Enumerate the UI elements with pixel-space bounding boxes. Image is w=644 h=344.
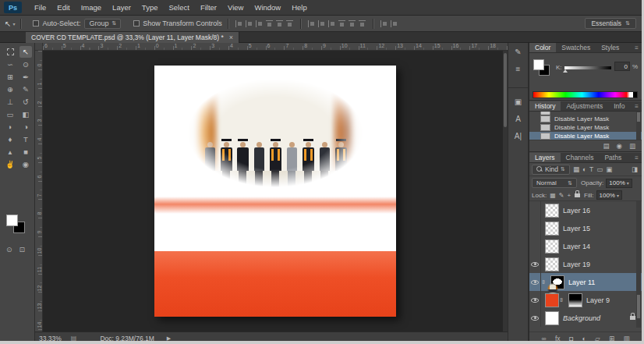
ruler-origin[interactable] [35, 43, 43, 51]
tool-rectangle-shape[interactable]: ■ [19, 146, 32, 158]
layer-thumbnail[interactable] [545, 239, 559, 254]
layer-mask-thumbnail[interactable] [568, 293, 582, 307]
layer-row[interactable]: Background [529, 309, 642, 327]
tool-type[interactable]: T [19, 133, 32, 145]
foreground-color-swatch[interactable] [6, 215, 18, 226]
auto-align-layers-icon[interactable] [380, 20, 388, 28]
tool-eyedropper[interactable]: ✒ [19, 71, 32, 83]
eye-icon[interactable] [531, 298, 539, 303]
filter-smart-objects-icon[interactable]: ▣ [606, 165, 612, 173]
history-tab-info[interactable]: Info [608, 101, 630, 111]
menu-select[interactable]: Select [163, 0, 194, 16]
tool-spot-healing-brush[interactable]: ⊕ [4, 83, 16, 95]
color-tab-styles[interactable]: Styles [596, 43, 625, 52]
tool-rectangular-marquee[interactable] [4, 46, 16, 58]
align-vertical-centers-icon[interactable] [275, 20, 284, 28]
panel-foreground-color-swatch[interactable] [533, 59, 544, 70]
layers-tab-channels[interactable]: Channels [561, 153, 600, 162]
align-right-edges-icon[interactable] [255, 20, 264, 28]
layer-thumbnail[interactable] [545, 293, 559, 307]
filter-pixel-layers-icon[interactable]: ▦ [573, 165, 579, 173]
quick-mask-mode-button[interactable]: ⊙ [6, 246, 12, 254]
menu-filter[interactable]: Filter [195, 0, 222, 16]
canvas-viewport[interactable] [43, 51, 508, 332]
k-slider[interactable] [564, 66, 611, 69]
layer-row[interactable]: Layer 14 [529, 237, 642, 255]
auto-select-target-dropdown[interactable]: Group ⇅ [84, 19, 121, 29]
menu-file[interactable]: File [29, 0, 51, 16]
menu-help[interactable]: Help [286, 0, 313, 16]
blend-mode-dropdown[interactable]: Normal ⇅ [532, 178, 577, 188]
tool-crop[interactable]: ⊞ [4, 71, 16, 83]
layers-tab-paths[interactable]: Paths [599, 153, 627, 162]
align-horizontal-centers-icon[interactable] [245, 20, 253, 28]
menu-window[interactable]: Window [249, 0, 286, 16]
menu-type[interactable]: Type [136, 0, 164, 16]
align-bottom-edges-icon[interactable] [285, 20, 294, 28]
3d-mode-icon[interactable] [390, 20, 398, 28]
layer-thumbnail[interactable] [545, 257, 559, 271]
eye-icon[interactable] [531, 316, 539, 321]
layer-row[interactable]: Layer 16 [529, 201, 642, 219]
filter-adjustment-layers-icon[interactable]: ◐ [582, 165, 586, 173]
layers-tab-layers[interactable]: Layers [529, 153, 561, 162]
tool-preset-picker[interactable]: ↖ ▾ [5, 20, 15, 28]
layer-thumbnail[interactable] [545, 222, 559, 236]
document-tab[interactable]: COVER CD TEMPLATE.psd @ 33,3% (Layer 11,… [26, 32, 239, 43]
layer-row[interactable]: ∞Layer 11 [529, 273, 642, 291]
lock-transparent-pixels-icon[interactable]: ▦ [550, 192, 556, 199]
distribute-top-edges-icon[interactable] [307, 20, 316, 28]
opacity-field[interactable]: 100% ▾ [606, 179, 632, 188]
layers-panel-menu-icon[interactable]: ≡ [635, 153, 642, 162]
lock-position-icon[interactable]: + [567, 192, 571, 199]
color-tab-swatches[interactable]: Swatches [556, 43, 596, 52]
distribute-bottom-edges-icon[interactable] [327, 20, 336, 28]
scrollbar-thumb[interactable] [637, 112, 640, 122]
tool-eraser[interactable]: ▭ [4, 108, 16, 120]
tool-hand[interactable]: ✌ [4, 158, 16, 170]
layer-thumbnail[interactable] [545, 311, 559, 325]
tool-blur[interactable]: ◗ [4, 121, 16, 133]
show-transform-checkbox[interactable] [133, 20, 140, 27]
document-canvas[interactable] [154, 66, 396, 317]
visibility-cell[interactable] [529, 255, 541, 273]
menu-view[interactable]: View [222, 0, 249, 16]
distribute-vertical-centers-icon[interactable] [317, 20, 326, 28]
color-panel-menu-icon[interactable]: ≡ [635, 43, 642, 52]
visibility-cell[interactable] [529, 201, 541, 219]
auto-select-checkbox[interactable] [33, 20, 39, 27]
eye-icon[interactable] [531, 280, 539, 285]
brush-presets-panel-icon[interactable]: ≡ [508, 60, 528, 77]
new-snapshot-icon[interactable]: ◉ [617, 142, 622, 150]
tool-pen[interactable]: ♦ [4, 133, 16, 145]
visibility-cell[interactable] [529, 273, 541, 291]
brush-panel-icon[interactable]: ✎ [508, 43, 528, 60]
character-panel-icon[interactable]: A [508, 110, 528, 127]
distribute-horizontal-centers-icon[interactable] [348, 20, 356, 28]
layer-row[interactable]: Layer 19 [529, 255, 642, 273]
distribute-left-edges-icon[interactable] [338, 20, 346, 28]
distribute-right-edges-icon[interactable] [358, 20, 366, 28]
layers-scrollbar[interactable] [636, 201, 641, 328]
menu-image[interactable]: Image [76, 0, 107, 16]
layer-row[interactable]: ∞Layer 9 [529, 291, 642, 309]
tool-move[interactable]: ↖ [19, 46, 32, 58]
scrollbar-thumb[interactable] [504, 53, 507, 127]
k-slider-thumb[interactable] [563, 69, 568, 73]
visibility-cell[interactable] [529, 219, 541, 237]
layer-row[interactable]: Layer 15 [529, 219, 642, 237]
scrollbar-thumb[interactable] [637, 295, 640, 318]
tool-clone-stamp[interactable]: ⊥ [4, 96, 16, 108]
history-tab-history[interactable]: History [529, 101, 561, 111]
filter-toggle-icon[interactable]: ◨ [632, 165, 638, 173]
visibility-cell[interactable] [529, 237, 541, 255]
history-state[interactable]: Disable Layer Mask [529, 115, 642, 123]
tool-gradient[interactable]: ◧ [19, 108, 32, 120]
history-state[interactable]: Disable Layer Mask [529, 123, 642, 132]
history-scrollbar[interactable] [636, 112, 641, 140]
lock-all-icon[interactable] [575, 193, 580, 197]
layer-thumbnail[interactable] [545, 204, 559, 218]
layer-filter-dropdown[interactable]: Kind ⇅ [532, 165, 570, 175]
workspace-switcher[interactable]: Essentials ⇅ [585, 18, 636, 29]
align-top-edges-icon[interactable] [265, 20, 274, 28]
